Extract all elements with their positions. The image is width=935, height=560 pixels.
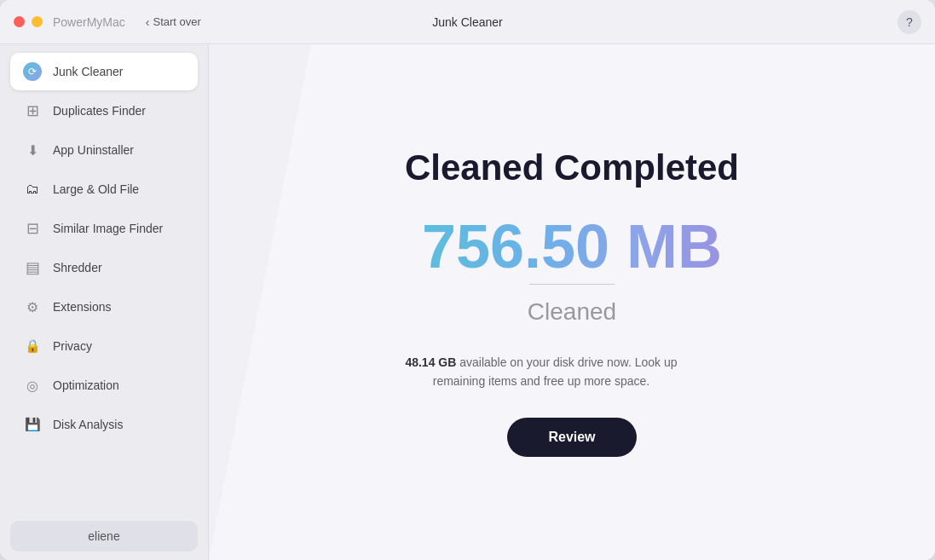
review-label: Review [548, 430, 595, 444]
app-uninstaller-icon [22, 140, 43, 160]
sidebar-item-disk-analysis[interactable]: Disk Analysis [10, 406, 198, 443]
sidebar-item-app-uninstaller[interactable]: App Uninstaller [10, 131, 198, 169]
window-title: Junk Cleaner [432, 15, 503, 29]
large-file-icon-shape [26, 182, 39, 197]
sidebar: Junk Cleaner Duplicates Finder App Unins… [0, 44, 209, 560]
disk-message: available on your disk drive now. Look u… [433, 355, 678, 388]
minimize-button[interactable] [32, 16, 43, 27]
extensions-icon [22, 297, 43, 317]
sidebar-item-label: Shredder [53, 261, 102, 274]
sidebar-item-shredder[interactable]: Shredder [10, 249, 198, 286]
sidebar-item-label: Optimization [53, 378, 119, 392]
sidebar-item-large-old-file[interactable]: Large & Old File [10, 170, 198, 208]
duplicates-finder-icon [22, 101, 43, 121]
sidebar-item-junk-cleaner[interactable]: Junk Cleaner [10, 53, 198, 90]
sidebar-item-label: Large & Old File [53, 182, 139, 196]
shredder-icon-shape [26, 258, 40, 277]
large-old-file-icon [22, 179, 43, 199]
close-button[interactable] [14, 16, 25, 27]
start-over-label: Start over [153, 15, 200, 28]
shredder-icon [22, 257, 43, 278]
app-name: PowerMyMac [53, 15, 125, 29]
sidebar-item-label: Disk Analysis [53, 418, 123, 431]
cleaned-label: Cleaned [405, 298, 739, 326]
disk-available: 48.14 GB [405, 355, 456, 369]
sidebar-item-label: Privacy [53, 339, 92, 353]
sidebar-item-label: Duplicates Finder [53, 104, 146, 118]
privacy-icon [22, 336, 43, 356]
sidebar-item-label: App Uninstaller [53, 143, 134, 157]
junk-icon-shape [23, 62, 42, 81]
title-bar: PowerMyMac ‹ Start over Junk Cleaner ? [0, 0, 935, 44]
duplicates-icon-shape [26, 101, 39, 120]
app-window: PowerMyMac ‹ Start over Junk Cleaner ? J… [0, 0, 935, 560]
disk-analysis-icon [22, 414, 43, 435]
junk-cleaner-icon [22, 61, 43, 82]
sidebar-item-extensions[interactable]: Extensions [10, 288, 198, 326]
uninstaller-icon-shape [27, 142, 38, 159]
similar-image-icon-shape [26, 219, 39, 238]
optimization-icon-shape [26, 378, 38, 394]
sidebar-item-duplicates-finder[interactable]: Duplicates Finder [10, 92, 198, 130]
traffic-lights [14, 16, 43, 27]
cleaned-title: Cleaned Completed [405, 147, 739, 188]
cleaned-amount: 756.50 MB [405, 216, 739, 277]
sidebar-item-label: Extensions [53, 300, 111, 314]
help-label: ? [906, 15, 913, 29]
start-over-button[interactable]: ‹ Start over [139, 12, 208, 32]
chevron-left-icon: ‹ [146, 15, 150, 29]
user-section[interactable]: eliene [10, 521, 198, 551]
result-panel: Cleaned Completed 756.50 MB Cleaned 48.1… [405, 147, 739, 458]
content-area: Cleaned Completed 756.50 MB Cleaned 48.1… [209, 44, 935, 560]
privacy-icon-shape [25, 338, 41, 354]
disk-info: 48.14 GB available on your disk drive no… [405, 353, 678, 391]
sidebar-item-label: Junk Cleaner [53, 65, 124, 78]
disk-icon-shape [25, 417, 41, 432]
sidebar-spacer [10, 445, 198, 519]
user-name: eliene [88, 529, 119, 543]
sidebar-item-label: Similar Image Finder [53, 222, 163, 235]
similar-image-finder-icon [22, 218, 43, 239]
sidebar-item-optimization[interactable]: Optimization [10, 367, 198, 404]
divider-line [529, 284, 615, 285]
review-button[interactable]: Review [507, 418, 636, 457]
sidebar-item-privacy[interactable]: Privacy [10, 327, 198, 365]
extensions-icon-shape [26, 299, 38, 315]
sidebar-item-similar-image-finder[interactable]: Similar Image Finder [10, 210, 198, 247]
optimization-icon [22, 375, 43, 395]
help-button[interactable]: ? [897, 10, 921, 34]
main-content: Junk Cleaner Duplicates Finder App Unins… [0, 44, 935, 560]
